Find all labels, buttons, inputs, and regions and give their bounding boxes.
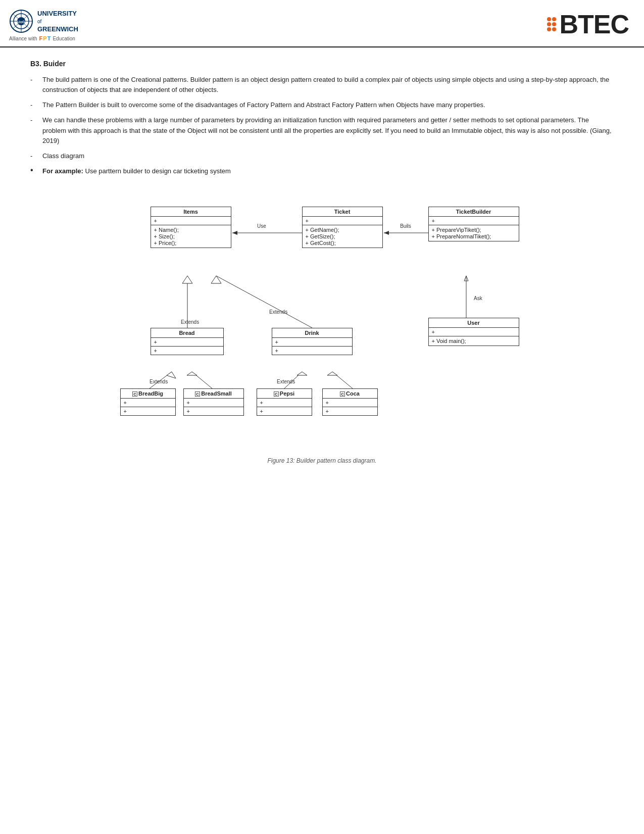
uml-box-coca: CCoca + + (322, 388, 378, 416)
list-item: - We can handle these problems with a la… (30, 115, 614, 145)
ticketbuilder-section1: + (429, 217, 519, 225)
pepsi-section2: + (257, 407, 312, 415)
svg-line-18 (150, 372, 172, 388)
breadbig-header: CBreadBig (121, 389, 175, 399)
svg-marker-19 (167, 372, 176, 378)
extends1-label: Extends (181, 319, 199, 325)
svg-line-20 (192, 372, 212, 388)
svg-marker-21 (187, 372, 197, 375)
builds-label: Buils (400, 223, 411, 229)
bullet-text: We can handle these problems with a larg… (42, 115, 614, 145)
drink-header: Drink (272, 328, 352, 338)
extends3-label: Extends (150, 379, 168, 384)
ticket-section1: + (303, 217, 382, 225)
items-header: Items (151, 207, 231, 217)
coca-section1: + (323, 399, 377, 407)
breadsmall-section2: + (184, 407, 243, 415)
pepsi-icon: C (274, 391, 279, 397)
bullet-list: - The build pattern is one of the Creati… (30, 75, 614, 176)
header-left: UoG UNIVERSITY of GREENWICH Alliance wit… (9, 9, 78, 41)
bullet-text: Class diagram (42, 151, 614, 161)
svg-line-16 (216, 276, 312, 328)
uml-box-drink: Drink + + (272, 328, 353, 355)
breadbig-section1: + (121, 399, 175, 407)
breadbig-section2: + (121, 407, 175, 415)
bullet-text-example: For axample: Use parttern builder to des… (42, 166, 614, 176)
pepsi-header: CPepsi (257, 389, 312, 399)
uml-box-user: User + + Void main(); (428, 318, 519, 346)
university-name-text: UNIVERSITY of GREENWICH (37, 10, 78, 33)
bullet-marker: - (30, 151, 40, 161)
user-section2: + Void main(); (429, 336, 519, 346)
pepsi-section1: + (257, 399, 312, 407)
bread-header: Bread (151, 328, 223, 338)
svg-marker-23 (297, 372, 307, 375)
svg-marker-25 (327, 372, 337, 375)
fpt-logo: FPT (39, 35, 51, 41)
uml-box-breadsmall: CBreadSmall + + (183, 388, 244, 416)
section-title: B3. Buider (30, 60, 614, 68)
extends2-label: Extends (269, 309, 287, 315)
uml-box-bread: Bread + + (151, 328, 224, 355)
breadsmall-icon: C (195, 391, 200, 397)
svg-marker-9 (232, 231, 237, 235)
extends4-label: Extends (277, 379, 295, 384)
uml-box-items: Items + + Name(); + Size(); + Price(); (151, 207, 231, 248)
drink-section1: + (272, 338, 352, 347)
bullet-marker: - (30, 100, 40, 110)
bullet-marker: - (30, 75, 40, 85)
user-section1: + (429, 328, 519, 336)
svg-marker-11 (384, 231, 389, 235)
page-header: UoG UNIVERSITY of GREENWICH Alliance wit… (0, 0, 644, 47)
list-item: - Class diagram (30, 151, 614, 161)
university-emblem: UoG (9, 9, 33, 33)
btec-text: BTEC (559, 9, 629, 39)
coca-section2: + (323, 407, 377, 415)
ticket-section2: + GetName(); + GetSize(); + GetCost(); (303, 225, 382, 248)
list-item-example: • For axample: Use parttern builder to d… (30, 166, 614, 176)
list-item: - The Pattern Builder is built to overco… (30, 100, 614, 110)
uml-box-pepsi: CPepsi + + (257, 388, 312, 416)
breadsmall-header: CBreadSmall (184, 389, 243, 399)
svg-line-24 (332, 372, 353, 388)
uml-box-breadbig: CBreadBig + + (120, 388, 176, 416)
svg-marker-15 (182, 276, 192, 283)
list-item: - The build pattern is one of the Creati… (30, 75, 614, 95)
ticketbuilder-section2: + PrepareVipTiket(); + PrepareNormalTike… (429, 225, 519, 241)
bullet-text: The Pattern Builder is built to overcome… (42, 100, 614, 110)
diagram-container: Use Buils Ask Extends (30, 186, 614, 449)
svg-text:UoG: UoG (18, 20, 25, 24)
items-section2: + Name(); + Size(); + Price(); (151, 225, 231, 248)
figure-caption: Figure 13: Builder pattern class diagram… (30, 457, 614, 464)
diagram-wrapper: Use Buils Ask Extends (115, 186, 529, 449)
btec-logo: BTEC (547, 9, 629, 39)
university-logo: UoG UNIVERSITY of GREENWICH (9, 9, 78, 33)
bullet-marker: • (30, 166, 40, 174)
education-text: Education (53, 36, 75, 41)
user-header: User (429, 318, 519, 328)
items-section1: + (151, 217, 231, 225)
example-text: Use parttern builder to design car ticke… (85, 167, 231, 175)
bullet-marker: - (30, 115, 40, 125)
uml-box-ticket: Ticket + + GetName(); + GetSize(); + Get… (302, 207, 383, 248)
svg-line-22 (284, 372, 302, 388)
coca-icon: C (340, 391, 345, 397)
main-content: B3. Buider - The build pattern is one of… (0, 47, 644, 484)
svg-marker-13 (464, 276, 468, 281)
coca-header: CCoca (323, 389, 377, 399)
ask-label: Ask (474, 296, 483, 301)
ticketbuilder-header: TicketBuilder (429, 207, 519, 217)
bold-example-label: For axample: (42, 167, 83, 175)
btec-dots (547, 17, 558, 31)
bread-section1: + (151, 338, 223, 347)
svg-marker-17 (211, 276, 221, 283)
drink-section2: + (272, 347, 352, 355)
bullet-text: The build pattern is one of the Creation… (42, 75, 614, 95)
breadsmall-section1: + (184, 399, 243, 407)
breadbig-icon: C (132, 391, 137, 397)
alliance-row: Alliance with FPT Education (9, 35, 75, 41)
uml-box-ticketbuilder: TicketBuilder + + PrepareVipTiket(); + P… (428, 207, 519, 241)
ticket-header: Ticket (303, 207, 382, 217)
use-label: Use (257, 223, 266, 229)
alliance-text: Alliance with (9, 36, 37, 41)
